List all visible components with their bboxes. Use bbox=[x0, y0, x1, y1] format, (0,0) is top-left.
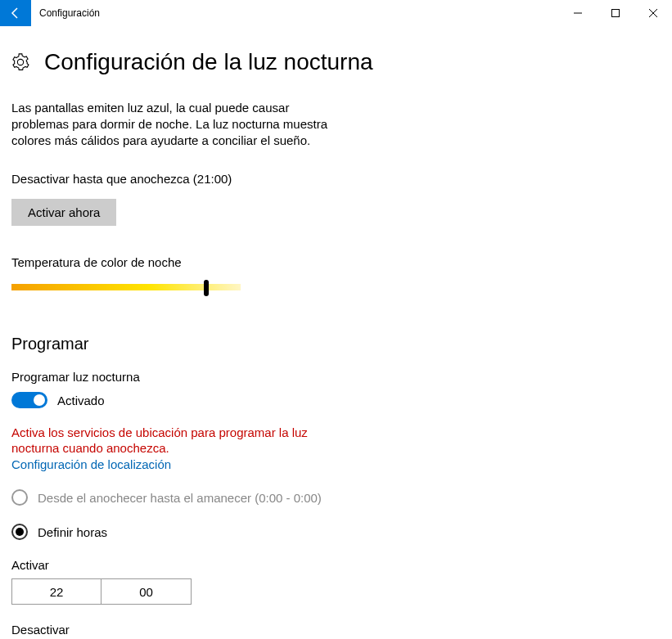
color-temp-label: Temperatura de color de noche bbox=[11, 255, 661, 269]
on-minute-field[interactable]: 00 bbox=[101, 578, 192, 605]
schedule-toggle-label: Programar luz nocturna bbox=[11, 370, 661, 384]
toggle-knob bbox=[34, 394, 45, 406]
slider-thumb[interactable] bbox=[204, 280, 209, 296]
back-button[interactable] bbox=[0, 0, 31, 26]
gear-icon bbox=[11, 53, 29, 71]
page-title: Configuración de la luz nocturna bbox=[44, 49, 373, 75]
minimize-icon bbox=[574, 9, 582, 17]
radio-set-hours[interactable] bbox=[11, 524, 28, 540]
arrow-left-icon bbox=[9, 7, 22, 20]
turn-off-label: Desactivar bbox=[11, 623, 661, 637]
location-settings-link[interactable]: Configuración de localización bbox=[11, 457, 661, 471]
schedule-toggle[interactable] bbox=[11, 392, 47, 408]
status-line: Desactivar hasta que anochezca (21:00) bbox=[11, 172, 661, 186]
radio-sunset-sunrise[interactable] bbox=[11, 489, 28, 506]
close-icon bbox=[649, 9, 657, 17]
schedule-heading: Programar bbox=[11, 335, 661, 353]
location-warning: Activa los servicios de ubicación para p… bbox=[11, 425, 339, 456]
color-temp-slider[interactable] bbox=[11, 277, 241, 297]
close-button[interactable] bbox=[634, 0, 672, 26]
activate-now-button[interactable]: Activar ahora bbox=[11, 199, 116, 226]
svg-rect-0 bbox=[612, 10, 620, 17]
radio-sunset-label: Desde el anochecer hasta el amanecer (0:… bbox=[38, 491, 322, 505]
maximize-button[interactable] bbox=[597, 0, 634, 26]
on-hour-field[interactable]: 22 bbox=[11, 578, 101, 605]
page-description: Las pantallas emiten luz azul, la cual p… bbox=[11, 100, 347, 149]
minimize-button[interactable] bbox=[559, 0, 597, 26]
turn-on-time-picker[interactable]: 22 00 bbox=[11, 578, 661, 605]
turn-on-label: Activar bbox=[11, 558, 661, 572]
toggle-state-label: Activado bbox=[57, 394, 105, 407]
radio-hours-label: Definir horas bbox=[38, 525, 107, 539]
window-title: Configuración bbox=[39, 7, 559, 19]
maximize-icon bbox=[611, 9, 620, 17]
